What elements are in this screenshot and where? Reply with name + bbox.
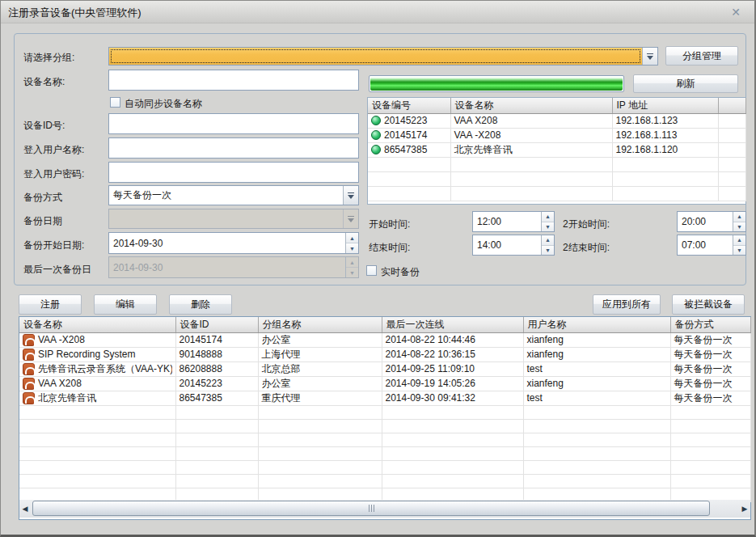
blocked-devices-button-label: 被拦截设备 [684,298,733,311]
phone-device-icon [23,334,35,346]
backup-date-dropdown-button [343,209,358,228]
backup-mode: 每天备份一次 [670,362,750,376]
start-time2-spinner[interactable]: 20:00 ▲▼ [677,211,746,232]
auto-sync-label: 自动同步设备名称 [125,97,202,111]
progress-fill [370,77,623,91]
spin-down-icon[interactable]: ▼ [733,222,745,232]
horizontal-scrollbar[interactable]: ◀ ▶ [19,500,750,518]
device-ip: 192.168.1.120 [612,142,718,157]
apply-all-button-label: 应用到所有 [602,298,651,311]
table-row[interactable]: 北京先锋音讯 86547385 重庆代理 2014-09-30 09:41:32… [19,391,750,405]
group-select-dropdown-button[interactable] [642,48,657,65]
group-select-combobox[interactable] [108,47,658,66]
table-row[interactable]: VAA -X208 20145174 办公室 2014-08-22 10:44:… [19,332,750,347]
scroll-right-icon[interactable]: ▶ [739,500,750,518]
start-time-label: 开始时间: [369,218,410,231]
col-header-device-no[interactable]: 设备编号 [368,98,450,113]
edit-button-label: 编辑 [116,298,135,311]
table-row[interactable]: 86547385 北京先锋音讯 192.168.1.120 [368,142,745,157]
spin-up-icon[interactable]: ▲ [346,233,358,243]
blocked-devices-button[interactable]: 被拦截设备 [672,294,745,315]
group-manage-button[interactable]: 分组管理 [665,46,738,66]
spin-up-icon[interactable]: ▲ [542,235,554,246]
spin-up-icon[interactable]: ▲ [542,212,554,222]
auto-sync-checkbox[interactable] [110,97,120,108]
group-name: 办公室 [258,376,382,391]
close-icon[interactable]: ✕ [731,6,741,19]
user-name: xianfeng [523,376,670,391]
device-name-label: 设备名称: [23,75,65,89]
col-header-id[interactable]: 设备ID [175,317,258,332]
device-id: 90148888 [175,347,258,362]
scroll-track[interactable] [31,500,739,518]
spin-down-icon[interactable]: ▼ [346,243,358,253]
group-name: 上海代理 [258,347,382,362]
table-row[interactable]: 20145174 VAA -X208 192.168.1.113 [368,128,745,142]
spin-up-icon[interactable]: ▲ [733,212,745,222]
col-header-device-name[interactable]: 设备名称 [450,98,612,113]
delete-button[interactable]: 删除 [169,294,232,315]
backup-date-label: 备份日期 [23,214,62,228]
table-row[interactable]: SIP Recording System 90148888 上海代理 2014-… [19,347,750,362]
table-row[interactable]: VAA X208 20145223 办公室 2014-09-19 14:05:2… [19,376,750,391]
device-name: VAA -X208 [450,128,612,142]
last-connect: 2014-08-22 10:36:15 [382,347,523,362]
register-button[interactable]: 注册 [19,294,82,315]
refresh-button[interactable]: 刷新 [633,74,738,93]
chevron-down-icon [348,218,354,222]
phone-device-icon [23,392,35,404]
last-backup-spinner: 2014-09-30 ▲ ▼ [108,256,359,278]
backup-mode-dropdown-button[interactable] [343,186,358,205]
col-header-ip[interactable]: IP 地址 [612,98,718,113]
backup-mode-combobox[interactable]: 每天备份一次 [108,185,359,205]
device-name: 北京先锋音讯 [450,142,612,157]
device-name: 先锋音讯云录音系统（VAA-YK)... [38,362,172,376]
device-name-value [109,70,358,77]
last-connect: 2014-08-22 10:44:46 [382,332,523,347]
device-id-input[interactable] [108,113,359,134]
login-password-input[interactable] [108,162,359,183]
login-password-label: 登入用户密码: [23,167,84,181]
realtime-backup-checkbox[interactable] [366,265,377,276]
table-row[interactable]: 20145223 VAA X208 192.168.1.123 [368,113,745,128]
start-time-spinner[interactable]: 12:00 ▲▼ [472,211,555,232]
col-header-backup-mode[interactable]: 备份方式 [670,317,750,332]
group-manage-button-label: 分组管理 [682,49,721,63]
last-connect: 2014-09-30 09:41:32 [382,391,523,405]
start-time-value: 12:00 [473,212,541,231]
spin-down-icon[interactable]: ▼ [542,246,554,256]
spin-down-icon[interactable]: ▼ [542,222,554,232]
col-header-last-connect[interactable]: 最后一次连线 [382,317,523,332]
login-user-value [109,138,358,145]
scanned-device-table[interactable]: 设备编号 设备名称 IP 地址 20145223 VAA X208 192.16… [367,97,746,205]
col-header-name[interactable]: 设备名称 [19,317,175,332]
last-backup-label: 最后一次备份日 [23,263,91,277]
backup-start-spinner[interactable]: 2014-09-30 ▲ ▼ [108,232,359,254]
empty-row [368,186,745,201]
spin-up-icon[interactable]: ▲ [733,235,745,246]
dropdown-bar-icon [647,53,653,54]
scroll-left-icon[interactable]: ◀ [19,500,31,518]
device-name-input[interactable] [108,70,359,91]
end-time-spinner[interactable]: 14:00 ▲▼ [472,235,555,256]
registered-devices-table[interactable]: 设备名称 设备ID 分组名称 最后一次连线 用户名称 备份方式 VAA -X20… [19,317,750,502]
login-user-input[interactable] [108,137,359,159]
apply-all-button[interactable]: 应用到所有 [593,294,661,315]
edit-button[interactable]: 编辑 [94,294,157,315]
delete-button-label: 删除 [191,298,210,311]
register-button-label: 注册 [40,298,60,311]
end-time2-spinner[interactable]: 07:00 ▲▼ [677,235,746,256]
device-id: 86547385 [175,391,258,405]
scroll-thumb[interactable] [32,501,710,516]
table-row[interactable]: 先锋音讯云录音系统（VAA-YK)... 86208888 北京总部 2014-… [19,362,750,376]
device-no: 86547385 [384,144,427,155]
empty-row [19,433,750,446]
col-header-group[interactable]: 分组名称 [258,317,382,332]
col-header-user[interactable]: 用户名称 [523,317,670,332]
backup-mode: 每天备份一次 [670,391,750,405]
window-title: 注册录音设备(中央管理软件) [8,6,141,20]
device-id-value [109,114,358,121]
device-name: VAA -X208 [38,334,85,345]
spin-down-icon[interactable]: ▼ [733,246,745,256]
device-id: 86208888 [175,362,258,376]
